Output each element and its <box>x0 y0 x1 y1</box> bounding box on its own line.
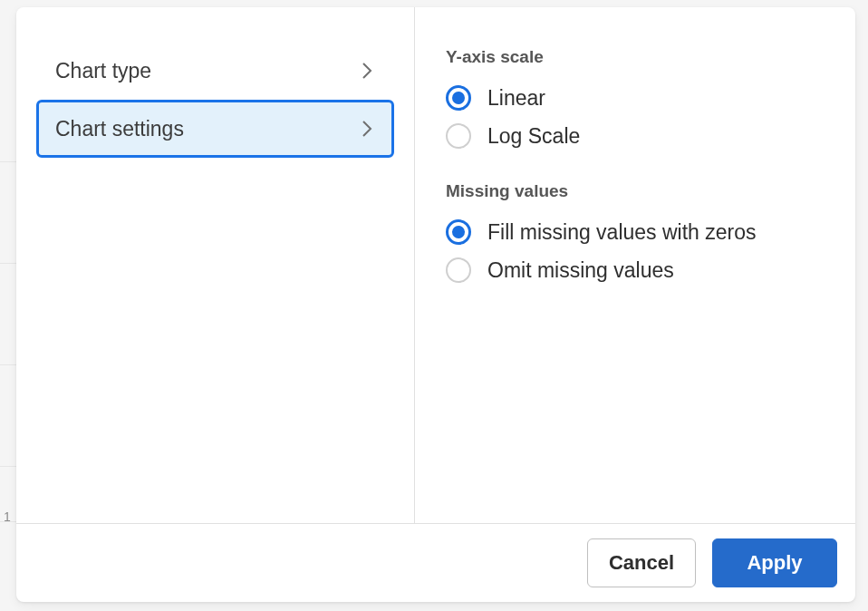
nav-item-chart-type[interactable]: Chart type <box>36 42 394 100</box>
group-label-yaxis-scale: Y-axis scale <box>446 47 825 67</box>
nav-item-label: Chart settings <box>55 117 184 141</box>
radio-label: Fill missing values with zeros <box>487 220 757 245</box>
radio-label: Log Scale <box>487 124 580 149</box>
background-axis-tick: 1 <box>4 509 11 524</box>
radio-checked-icon <box>446 219 471 245</box>
cancel-button[interactable]: Cancel <box>587 538 696 587</box>
radio-missing-fill-zeros[interactable]: Fill missing values with zeros <box>446 219 825 245</box>
radio-yaxis-log[interactable]: Log Scale <box>446 123 825 149</box>
group-label-missing-values: Missing values <box>446 181 825 201</box>
nav-item-label: Chart type <box>55 59 151 83</box>
background-gridlines: 1 <box>0 0 16 611</box>
radio-label: Omit missing values <box>487 258 674 283</box>
chevron-right-icon <box>361 122 373 135</box>
nav-item-chart-settings[interactable]: Chart settings <box>36 100 394 158</box>
radio-unchecked-icon <box>446 123 471 149</box>
dialog-settings-panel: Y-axis scale Linear Log Scale Missing va… <box>415 7 855 523</box>
dialog-nav-panel: Chart type Chart settings <box>16 7 415 523</box>
radio-unchecked-icon <box>446 257 471 283</box>
dialog-footer: Cancel Apply <box>16 523 855 602</box>
radio-yaxis-linear[interactable]: Linear <box>446 85 825 111</box>
radio-label: Linear <box>487 86 545 111</box>
apply-button[interactable]: Apply <box>712 538 837 587</box>
dialog-body: Chart type Chart settings Y-axis scale L… <box>16 7 855 523</box>
radio-missing-omit[interactable]: Omit missing values <box>446 257 825 283</box>
chart-settings-dialog: Chart type Chart settings Y-axis scale L… <box>16 7 855 602</box>
radio-checked-icon <box>446 85 471 111</box>
chevron-right-icon <box>361 64 373 77</box>
